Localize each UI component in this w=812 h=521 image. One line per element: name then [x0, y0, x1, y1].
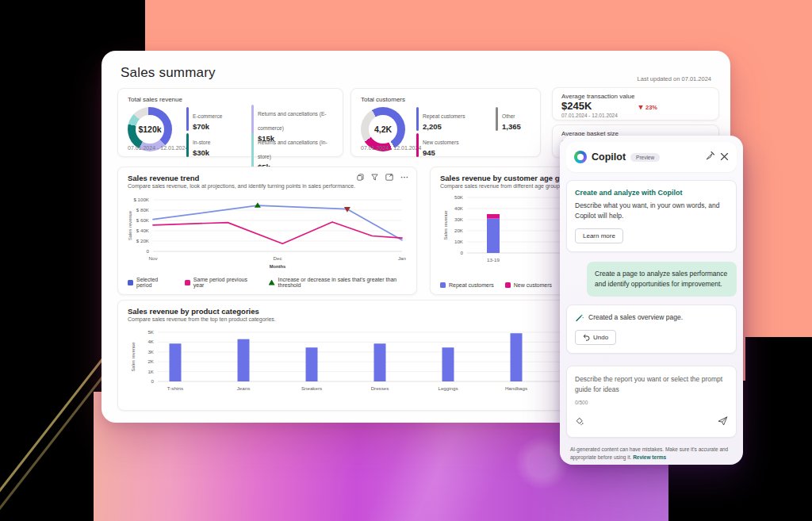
- review-terms-link[interactable]: Review terms: [633, 454, 666, 460]
- copilot-input-box[interactable]: Describe the report you want or select t…: [566, 366, 737, 438]
- undo-icon: [583, 334, 590, 341]
- svg-text:30K: 30K: [454, 216, 464, 222]
- chart-title: Sales revenue by product categories: [128, 307, 259, 316]
- legend-item: Increase or decrease in sales that's gre…: [269, 277, 416, 288]
- more-options-icon[interactable]: [400, 174, 408, 181]
- svg-text:40K: 40K: [454, 205, 464, 211]
- input-placeholder: Describe the report you want or select t…: [575, 374, 728, 395]
- stat-value: $70k: [193, 122, 222, 131]
- date-range-label: 07.01.2024 - 12.01.2024: [561, 113, 618, 118]
- svg-text:3K: 3K: [147, 349, 154, 354]
- svg-text:$ 100K: $ 100K: [133, 197, 149, 202]
- svg-text:Jeans: Jeans: [237, 385, 251, 391]
- legend-triangle-swatch: [269, 280, 275, 285]
- copilot-header: Copilot Preview: [566, 142, 737, 172]
- copilot-panel: Copilot Preview Create and analyze with …: [560, 136, 743, 465]
- svg-text:10K: 10K: [454, 239, 464, 244]
- send-icon[interactable]: [718, 415, 728, 429]
- stat-value: $30k: [193, 148, 210, 157]
- stat-label: Returns and cancellations (E-commerce): [258, 111, 327, 131]
- welcome-heading: Create and analyze with Copilot: [575, 189, 728, 197]
- legend-item: New customers: [505, 282, 552, 288]
- svg-text:Jan: Jan: [398, 255, 407, 261]
- svg-text:$ 40K: $ 40K: [136, 228, 150, 233]
- stat-label: In-store: [193, 140, 210, 145]
- stat-label: Repeat customers: [423, 113, 465, 119]
- sparkle-pen-icon: [575, 313, 584, 324]
- stat-color-bar: [186, 107, 189, 131]
- svg-text:Months: Months: [270, 264, 286, 269]
- stat-value: 1,365: [502, 122, 521, 131]
- undo-button[interactable]: Undo: [575, 330, 616, 345]
- ai-disclaimer: AI-generated content can have mistakes. …: [570, 446, 733, 462]
- svg-text:20K: 20K: [454, 228, 464, 233]
- stat-value: 945: [423, 148, 458, 157]
- preview-badge: Preview: [630, 153, 660, 162]
- clear-chat-broom-icon[interactable]: [705, 150, 715, 164]
- undo-label: Undo: [593, 334, 608, 341]
- close-icon[interactable]: [720, 150, 729, 164]
- stat-repeat-customers: Repeat customers 2,205: [416, 107, 480, 131]
- svg-text:4K: 4K: [147, 339, 154, 344]
- donut-center-value: $120k: [128, 107, 172, 151]
- copilot-title: Copilot: [592, 151, 626, 163]
- prompt-guide-icon[interactable]: [575, 415, 584, 429]
- legend-label: Repeat customers: [449, 282, 494, 288]
- svg-text:5K: 5K: [147, 329, 154, 335]
- sales-revenue-trend-card: Sales revenue trend Compare sales revenu…: [117, 167, 417, 295]
- legend-item: Repeat customers: [440, 282, 494, 288]
- focus-mode-icon[interactable]: [385, 174, 393, 181]
- chart-legend: Repeat customers New customers: [440, 282, 552, 288]
- chart-subtitle: Compare sales revenue, look at projectio…: [128, 183, 402, 189]
- svg-text:13-19: 13-19: [487, 257, 500, 262]
- legend-label: New customers: [514, 282, 552, 288]
- last-updated-label: Last updated on 07.01.2024: [638, 75, 711, 82]
- svg-text:Dec: Dec: [273, 255, 282, 261]
- svg-text:Nov: Nov: [148, 255, 158, 261]
- response-text: Created a sales overview page.: [588, 313, 683, 321]
- arrow-down-icon: [638, 105, 643, 110]
- stat-other: Other 1,365: [496, 107, 537, 131]
- stat-label: E-commerce: [193, 113, 222, 119]
- legend-swatch: [440, 282, 446, 288]
- total-customers-card: Total customers 4,2K 07.01.2024 - 12.01.…: [350, 88, 541, 157]
- copilot-logo-icon: [574, 151, 587, 163]
- copilot-welcome-card: Create and analyze with Copilot Describe…: [566, 180, 737, 252]
- stat-instore: In-store $30k: [186, 133, 248, 157]
- stat-color-bar: [416, 107, 419, 131]
- svg-text:2K: 2K: [147, 358, 154, 364]
- stat-new-customers: New customers 945: [416, 133, 480, 157]
- svg-text:Sales revenue: Sales revenue: [128, 211, 132, 240]
- visual-header-toolbar: [357, 174, 408, 181]
- stat-label: Other: [502, 113, 515, 119]
- svg-text:$ 60K: $ 60K: [136, 217, 150, 223]
- svg-text:1K: 1K: [147, 369, 154, 374]
- card-title: Total sales revenue: [128, 96, 182, 103]
- user-message-bubble: Create a page to analyze sales performan…: [587, 262, 737, 297]
- stat-color-bar: [416, 133, 419, 157]
- chart-legend: Selected period Same period previous yea…: [128, 277, 416, 288]
- copilot-response-card: Created a sales overview page. Undo: [566, 305, 737, 354]
- welcome-body: Describe what you want, in your own word…: [575, 201, 728, 221]
- legend-swatch: [185, 280, 190, 285]
- svg-text:0: 0: [461, 250, 464, 255]
- svg-text:Sales revenue: Sales revenue: [443, 210, 448, 239]
- legend-swatch: [505, 282, 511, 288]
- stat-ecommerce: E-commerce $70k: [186, 107, 248, 131]
- stat-returns-instore: Returns and cancellations (In-store) $5k: [251, 133, 340, 171]
- svg-text:Leggings: Leggings: [438, 385, 458, 391]
- legend-item: Selected period: [128, 277, 174, 288]
- learn-more-button[interactable]: Learn more: [575, 228, 623, 243]
- chart-title: Sales revenue trend: [128, 174, 199, 182]
- stat-value: 2,205: [423, 122, 465, 131]
- svg-text:$ 80K: $ 80K: [136, 207, 150, 213]
- line-chart-canvas: $ 100K$ 80K$ 60K$ 40K$ 20K0Sales revenue…: [124, 194, 412, 274]
- copy-icon[interactable]: [357, 174, 364, 181]
- legend-label: Selected period: [136, 277, 174, 288]
- card-title: Total customers: [361, 96, 405, 103]
- filter-icon[interactable]: [371, 174, 378, 181]
- kpi-value: $245K: [561, 100, 592, 112]
- stat-label: New customers: [423, 140, 458, 145]
- svg-text:$ 20K: $ 20K: [136, 238, 150, 243]
- svg-text:Handbags: Handbags: [505, 385, 527, 391]
